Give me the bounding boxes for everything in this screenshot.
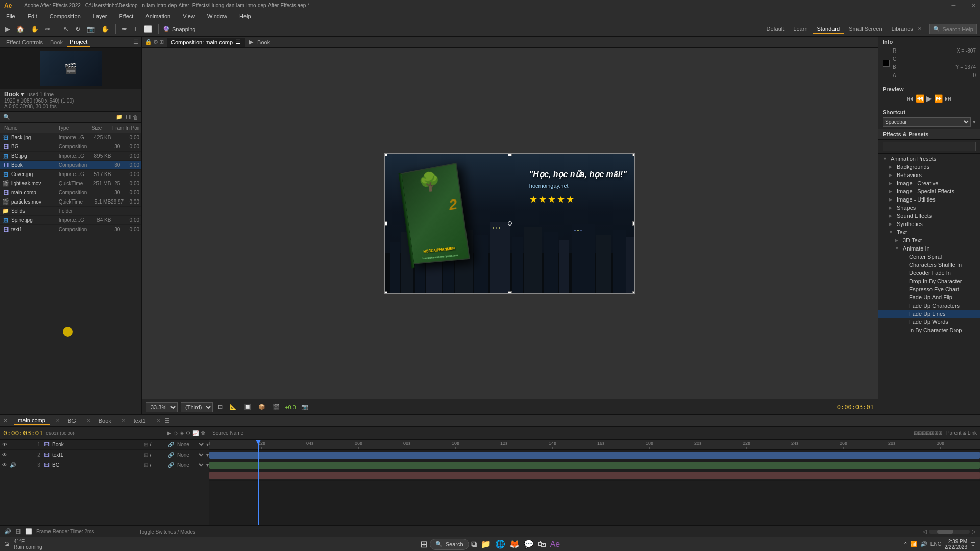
view-mode-select[interactable]: (Third) bbox=[181, 402, 213, 412]
tl-tab-menu[interactable]: ☰ bbox=[164, 417, 170, 424]
layer-row-1[interactable]: 👁 2 🎞 text1 ⊞ / 🔗 None ▾ bbox=[0, 450, 209, 460]
workspace-libraries[interactable]: Libraries bbox=[888, 24, 917, 34]
effects-tree-item-20[interactable]: Fade Up Words bbox=[878, 318, 980, 326]
menu-help[interactable]: Help bbox=[237, 12, 253, 20]
tray-lang[interactable]: ENG bbox=[930, 541, 942, 547]
effects-tree-item-14[interactable]: Decoder Fade In bbox=[878, 269, 980, 277]
file-row-9[interactable]: 🖼 Spine.jpg Importe...G 84 KB 0:00 bbox=[0, 216, 141, 225]
menu-view[interactable]: View bbox=[181, 12, 197, 20]
tray-volume[interactable]: 🔊 bbox=[920, 541, 927, 547]
ls-toggle1-0[interactable]: ⊞ bbox=[144, 442, 148, 447]
project-search-input[interactable] bbox=[12, 113, 112, 121]
new-comp-btn[interactable]: ▶ bbox=[3, 24, 12, 34]
open-btn[interactable]: 🏠 bbox=[14, 24, 27, 34]
tf-toggle-modes[interactable]: Toggle Switches / Modes bbox=[139, 529, 195, 535]
effects-tree-item-12[interactable]: Center Spiral bbox=[878, 253, 980, 261]
tf-collapse-btn[interactable]: ⬜ bbox=[25, 528, 32, 535]
effects-tree-item-11[interactable]: ▼ Animate In bbox=[878, 244, 980, 253]
color-swatch[interactable] bbox=[883, 60, 890, 67]
effects-tree-item-5[interactable]: ▶ Image - Utilities bbox=[878, 195, 980, 204]
pen-tool[interactable]: ✒ bbox=[120, 24, 130, 34]
ls-toggle2-2[interactable]: / bbox=[150, 462, 152, 468]
tl-close-book[interactable]: ✕ bbox=[121, 418, 126, 423]
taskbar-file-explorer[interactable]: 📁 bbox=[481, 539, 491, 549]
new-comp-from-btn[interactable]: 🎞 bbox=[125, 114, 131, 120]
track-bar-text[interactable] bbox=[209, 462, 980, 469]
comp-tab-main-settings[interactable]: ☰ bbox=[236, 39, 241, 45]
effects-tree-item-19[interactable]: Fade Up Lines bbox=[878, 310, 980, 318]
taskbar-search-bar[interactable]: 🔍 Search bbox=[430, 539, 469, 550]
shortcut-dropdown-icon[interactable]: ▾ bbox=[973, 119, 976, 126]
menu-composition[interactable]: Composition bbox=[47, 12, 83, 20]
tl-close-main[interactable]: ✕ bbox=[56, 418, 60, 423]
menu-window[interactable]: Window bbox=[205, 12, 229, 20]
tl-preview-btn[interactable]: ▶ bbox=[167, 430, 172, 436]
workspace-default[interactable]: Default bbox=[763, 24, 789, 34]
menu-file[interactable]: File bbox=[4, 12, 17, 20]
preview-last-btn[interactable]: ⏭ bbox=[945, 94, 952, 103]
menu-effect[interactable]: Effect bbox=[117, 12, 135, 20]
workspace-small[interactable]: Small Screen bbox=[845, 24, 886, 34]
taskbar-ae[interactable]: Ae bbox=[550, 540, 560, 549]
layer-parent-icon-2[interactable]: 🔗 bbox=[168, 462, 174, 468]
layer-eye-1[interactable]: 👁 bbox=[1, 452, 8, 458]
toggle-rulers-btn[interactable]: 📐 bbox=[228, 403, 239, 411]
effects-tree-item-2[interactable]: ▶ Behaviors bbox=[878, 171, 980, 179]
tf-solo-btn[interactable]: 🔊 bbox=[4, 528, 11, 535]
layer-name-1[interactable]: text1 bbox=[52, 452, 127, 458]
layer-name-2[interactable]: BG bbox=[52, 462, 127, 468]
comp-grid-icon[interactable]: ⊞ bbox=[159, 39, 164, 45]
toggle-guides-btn[interactable]: 🔲 bbox=[242, 403, 253, 411]
effects-tree-item-10[interactable]: ▶ 3D Text bbox=[878, 236, 980, 244]
select-tool[interactable]: ↖ bbox=[61, 24, 71, 34]
tl-add-key-btn[interactable]: ◈ bbox=[180, 430, 184, 436]
tab-effect-controls[interactable]: Effect Controls bbox=[3, 38, 46, 46]
tl-add-marker-btn[interactable]: ◇ bbox=[174, 430, 178, 436]
effects-tree-item-0[interactable]: ▼ Animation Presets bbox=[878, 155, 980, 163]
file-row-2[interactable]: 🖼 BG.jpg Importe...G 895 KB 0:00 bbox=[0, 152, 141, 161]
tf-frame-btn[interactable]: 🎞 bbox=[15, 529, 21, 535]
menu-animation[interactable]: Animation bbox=[143, 12, 173, 20]
layer-row-0[interactable]: 👁 1 🎞 Book ⊞ / 🔗 None ▾ bbox=[0, 440, 209, 450]
tl-close-text1[interactable]: ✕ bbox=[156, 418, 160, 423]
layer-name-0[interactable]: Book bbox=[52, 442, 127, 447]
file-row-5[interactable]: 🎬 lightleak.mov QuickTime 251 MB 25 0:00 bbox=[0, 179, 141, 188]
tray-network[interactable]: 📶 bbox=[910, 541, 917, 547]
close-btn[interactable]: ✕ bbox=[971, 2, 976, 9]
minimize-btn[interactable]: ─ bbox=[952, 2, 956, 9]
effects-tree-item-16[interactable]: Espresso Eye Chart bbox=[878, 285, 980, 293]
effects-tree-item-17[interactable]: Fade Up And Flip bbox=[878, 293, 980, 302]
camera-tool[interactable]: 📷 bbox=[85, 24, 97, 34]
menu-layer[interactable]: Layer bbox=[91, 12, 109, 20]
undo-btn[interactable]: ✏ bbox=[43, 24, 53, 34]
rotate-tool[interactable]: ↻ bbox=[73, 24, 83, 34]
effects-tree-item-21[interactable]: In By Character Drop bbox=[878, 326, 980, 334]
ls-toggle2-1[interactable]: / bbox=[150, 452, 152, 458]
tray-chevron[interactable]: ^ bbox=[904, 541, 907, 547]
project-menu-btn[interactable]: ☰ bbox=[133, 39, 138, 45]
file-row-0[interactable]: 🖼 Back.jpg Importe...G 425 KB 0:00 bbox=[0, 133, 141, 142]
tab-book-breadcrumb[interactable]: Book bbox=[257, 39, 270, 45]
text-tool[interactable]: T bbox=[132, 24, 140, 34]
shortcut-select[interactable]: Spacebar bbox=[883, 117, 971, 127]
effects-tree-item-8[interactable]: ▶ Synthetics bbox=[878, 220, 980, 228]
ls-toggle1-1[interactable]: ⊞ bbox=[144, 452, 148, 458]
layer-eye-0[interactable]: 👁 bbox=[1, 442, 8, 447]
tl-tab-book[interactable]: Book bbox=[94, 417, 115, 425]
tray-notification[interactable]: 🗨 bbox=[970, 541, 976, 547]
save-btn[interactable]: ✋ bbox=[29, 24, 41, 34]
preview-prev-btn[interactable]: ⏪ bbox=[916, 94, 924, 103]
tl-tab-bg[interactable]: BG bbox=[64, 417, 80, 425]
shape-tool[interactable]: ⬜ bbox=[142, 24, 154, 34]
workspace-more[interactable]: » bbox=[918, 24, 922, 34]
snapshot-btn[interactable]: 📷 bbox=[299, 403, 310, 411]
effects-tree-item-7[interactable]: ▶ Sound Effects bbox=[878, 212, 980, 220]
layer-parent-icon-0[interactable]: 🔗 bbox=[168, 442, 174, 447]
search-help-box[interactable]: 🔍 Search Help bbox=[929, 24, 977, 34]
tl-time-display[interactable]: 0:00:03:01 bbox=[3, 429, 43, 437]
effects-tree-item-1[interactable]: ▶ Backgrounds bbox=[878, 163, 980, 171]
file-row-1[interactable]: 🎞 BG Composition 30 0:00 bbox=[0, 142, 141, 152]
preview-next-btn[interactable]: ⏩ bbox=[934, 94, 943, 103]
pan-tool[interactable]: ✋ bbox=[99, 24, 111, 34]
workspace-standard[interactable]: Standard bbox=[813, 24, 844, 34]
